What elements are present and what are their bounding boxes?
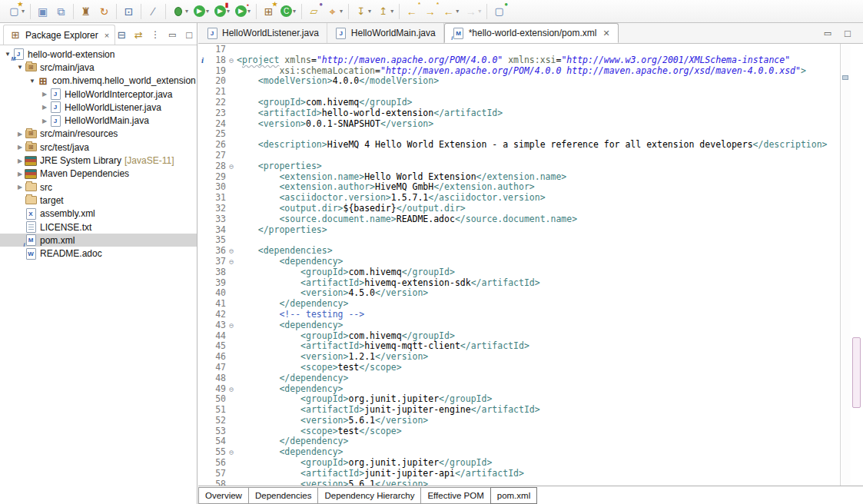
code-line[interactable]: 33 <source.document.name>README.adoc</so… [198,214,851,225]
code-line[interactable]: 28⊖ <properties> [198,161,851,172]
code-line[interactable]: 45 <artifactId>hivemq-mqtt-client</artif… [198,341,851,352]
chevron-expanded-icon[interactable]: ▼ [28,78,37,85]
code-line[interactable]: 47 <scope>test</scope> [198,363,851,373]
code-line[interactable]: 39 <artifactId>hivemq-extension-sdk</art… [198,278,851,289]
view-menu-button[interactable]: ⋮ [149,28,161,41]
coverage-button[interactable]: ▶▮▾ [213,5,231,18]
fold-collapse-icon[interactable]: ⊖ [226,55,237,66]
code-line[interactable]: 27 [198,151,851,161]
chevron-collapsed-icon[interactable]: ▶ [15,131,25,138]
code-line[interactable]: 55⊖ <dependency> [198,447,851,458]
editor-tab-helloworldlistener-java[interactable]: JHelloWorldListener.java [198,23,327,43]
tree-item-helloworldinterceptor-java[interactable]: ▶JHelloWorldInterceptor.java [0,88,197,101]
annotation-marker[interactable] [842,75,848,80]
code-line[interactable]: i18⊖<project xmlns="http://maven.apache.… [198,55,851,66]
back-button[interactable]: ←▾ [440,4,460,18]
code-line[interactable]: 21 [198,87,851,98]
previous-annotation-button[interactable]: ↥▾ [375,4,395,18]
code-line[interactable]: 35 [198,235,851,246]
minimize-editor-button[interactable]: ▭ [822,27,834,39]
code-line[interactable]: 44 <groupId>com.hivemq</groupId> [198,331,851,342]
code-line[interactable]: 50 <groupId>org.junit.jupiter</groupId> [198,394,851,405]
code-line[interactable]: 56 <groupId>org.junit.jupiter</groupId> [198,458,851,469]
code-line[interactable]: 41 </dependency> [198,299,851,310]
code-line[interactable]: 31 <asciidoctor.version>1.5.7.1</asciido… [198,193,851,204]
code-line[interactable]: 23 <artifactId>hello-world-extension</ar… [198,108,851,119]
bottom-tab-pom-xml[interactable]: pom.xml [490,487,537,504]
code-line[interactable]: 51 <artifactId>junit-jupiter-engine</art… [198,405,851,416]
previous-edit-location-button[interactable]: ←* [403,4,420,18]
pin-editor-button[interactable]: ▢● [491,4,507,18]
code-line[interactable]: 17 [198,45,851,55]
code-line[interactable]: 20 <modelVersion>4.0.0</modelVersion> [198,76,851,87]
code-line[interactable]: 30 <extension.author>HiveMQ GmbH</extens… [198,182,851,193]
link-with-editor-button[interactable]: ⇄ [132,28,144,41]
code-line[interactable]: 24 <version>0.0.1-SNAPSHOT</version> [198,119,851,130]
code-line[interactable]: 49⊖ <dependency> [198,384,851,395]
overview-ruler[interactable] [840,44,851,486]
bottom-tab-dependencies[interactable]: Dependencies [248,487,319,504]
vertical-scrollbar[interactable] [851,44,863,486]
chevron-collapsed-icon[interactable]: ▶ [40,104,49,111]
editor-tab-helloworldmain-java[interactable]: JHelloWorldMain.java [327,23,444,43]
search-button[interactable]: ⌖▾ [324,4,344,18]
debug-button[interactable]: ▾ [170,4,190,18]
code-line[interactable]: 53 <scope>test</scope> [198,426,851,437]
save-button[interactable]: ▣ [35,4,51,18]
code-line[interactable]: 43⊖ <dependency> [198,320,851,331]
tree-item-helloworldmain-java[interactable]: ▶JHelloWorldMain.java [0,114,197,127]
fold-collapse-icon[interactable]: ⊖ [226,320,237,331]
tree-item-readme-adoc[interactable]: WREADME.adoc [0,247,197,260]
tab-package-explorer[interactable]: ⊞ Package Explorer × [3,25,115,45]
run-button[interactable]: ▶▾ [192,5,211,18]
tree-item-pom-xml[interactable]: Mipom.xml [0,234,197,247]
new-package-button[interactable]: ⊞★ [261,4,277,18]
code-line[interactable]: 52 <version>5.6.1</version> [198,416,851,426]
tree-item-src-test-java[interactable]: ▶⊞src/test/java [0,141,197,154]
update-project-button[interactable]: ↻ [96,4,112,18]
code-line[interactable]: 40 <version>4.5.0</version> [198,288,851,299]
collapse-all-button[interactable]: ⊟ [115,28,128,41]
bottom-tab-effective-pom[interactable]: Effective POM [420,487,490,504]
build-project-button[interactable]: ♜ [78,4,94,18]
maximize-editor-button[interactable]: □ [841,27,854,39]
bottom-tab-overview[interactable]: Overview [198,487,249,504]
close-tab-icon[interactable]: ✕ [602,28,609,38]
code-line[interactable]: 29 <extension.name>Hello World Extension… [198,172,851,183]
new-class-button[interactable]: C▾ [279,5,297,18]
code-line[interactable]: 58 <version>5.6.1</version> [198,479,851,486]
code-line[interactable]: 54 </dependency> [198,436,851,447]
tree-item-maven-dependencies[interactable]: ▶Maven Dependencies [0,167,197,181]
code-line[interactable]: 25 [198,129,851,140]
code-line[interactable]: 19 xsi:schemaLocation="http://maven.apac… [198,66,851,77]
code-editor[interactable]: 17i18⊖<project xmlns="http://maven.apach… [198,44,863,486]
code-line[interactable]: 32 <output.dir>${basedir}</output.dir> [198,204,851,214]
code-line[interactable]: 26 <description>HiveMQ 4 Hello World Ext… [198,140,851,151]
tree-item-src[interactable]: ▶src [0,181,197,194]
chevron-collapsed-icon[interactable]: ▶ [15,158,25,164]
fold-collapse-icon[interactable]: ⊖ [226,246,237,257]
chevron-collapsed-icon[interactable]: ▶ [15,184,25,191]
code-line[interactable]: 46 <version>1.2.1</version> [198,352,851,363]
chevron-expanded-icon[interactable]: ▼ [15,64,25,71]
highlight-button[interactable]: ∕ [145,4,161,18]
code-line[interactable]: 38 <groupId>com.hivemq</groupId> [198,267,851,278]
code-line[interactable]: 42 <!-- testing --> [198,310,851,320]
tree-item-target[interactable]: target [0,194,197,207]
chevron-collapsed-icon[interactable]: ▶ [40,91,49,98]
tree-item-helloworldlistener-java[interactable]: ▶JHelloWorldListener.java [0,101,197,114]
next-annotation-button[interactable]: ↧▾ [353,4,373,18]
close-view-icon[interactable]: × [105,31,109,40]
tree-item-src-main-java[interactable]: ▼⊞src/main/java [0,61,197,74]
next-edit-location-button[interactable]: →* [422,4,438,18]
tree-item-assembly-xml[interactable]: Xassembly.xml [0,207,197,220]
code-line[interactable]: 57 <artifactId>junit-jupiter-api</artifa… [198,469,851,479]
scrollbar-thumb[interactable] [852,337,861,408]
fold-collapse-icon[interactable]: ⊖ [226,161,237,172]
profile-button[interactable]: ▶▪▾ [234,5,252,18]
tree-item-com-hivemq-hello-world-extension[interactable]: ▼⊞com.hivemq.hello_world_extension [0,75,197,88]
code-line[interactable]: 37⊖ <dependency> [198,257,851,267]
tree-item-license-txt[interactable]: LICENSE.txt [0,220,197,234]
bottom-tab-dependency-hierarchy[interactable]: Dependency Hierarchy [317,487,421,504]
code-line[interactable]: 22 <groupId>com.hivemq</groupId> [198,98,851,108]
